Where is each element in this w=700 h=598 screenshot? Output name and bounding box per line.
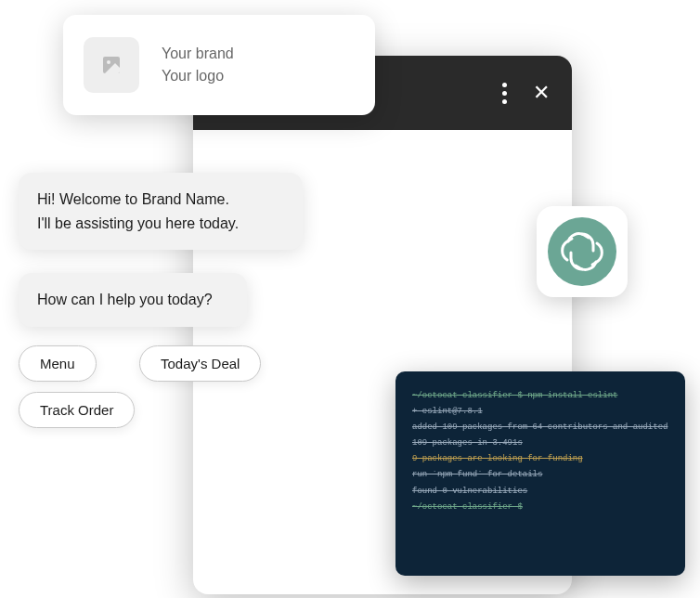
quick-reply-track[interactable]: Track Order: [19, 392, 135, 428]
bot-message-line: I'll be assisting you here today.: [37, 212, 284, 236]
terminal-line: added 109 packages from 64 contributors …: [412, 420, 668, 451]
svg-point-1: [107, 60, 110, 64]
ai-badge: [537, 206, 628, 297]
image-placeholder-icon: [84, 37, 139, 93]
terminal-line: ~/octocat-classifier $ npm install eslin…: [412, 388, 668, 404]
close-icon[interactable]: ✕: [533, 81, 550, 105]
quick-reply-deal[interactable]: Today's Deal: [139, 345, 261, 382]
terminal-line: + eslint@7.8.1: [412, 404, 668, 420]
terminal-line: ~/octocat-classifier $: [412, 500, 668, 515]
terminal-line: run `npm fund` for details: [412, 467, 668, 483]
kebab-menu-icon[interactable]: [502, 83, 507, 104]
brand-text: Your brand Your logo: [162, 43, 234, 87]
bot-message-line: How can I help you today?: [37, 288, 228, 312]
terminal-line: 9 packages are looking for funding: [412, 451, 668, 467]
terminal-line: found 0 vulnerabilities: [412, 484, 668, 500]
openai-logo-icon: [548, 217, 616, 286]
bot-message-prompt: How can I help you today?: [19, 273, 247, 327]
quick-reply-menu[interactable]: Menu: [19, 345, 97, 382]
chat-header-actions: ✕: [502, 81, 550, 105]
terminal-window: ~/octocat-classifier $ npm install eslin…: [395, 371, 685, 576]
bot-message-welcome: Hi! Welcome to Brand Name. I'll be assis…: [19, 173, 303, 250]
bot-message-line: Hi! Welcome to Brand Name.: [37, 188, 284, 212]
brand-card: Your brand Your logo: [63, 15, 375, 115]
brand-line2: Your logo: [162, 65, 234, 87]
brand-line1: Your brand: [162, 43, 234, 65]
